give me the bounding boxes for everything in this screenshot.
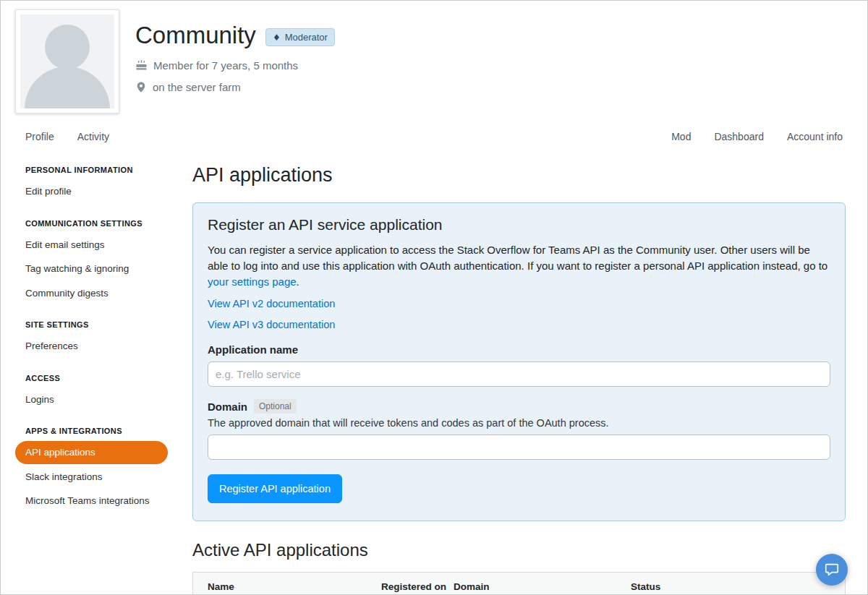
table-header-row: Name Registered on Domain Status <box>193 573 845 595</box>
your-settings-page-link[interactable]: your settings page <box>208 275 297 288</box>
api-v3-docs-link[interactable]: View API v3 documentation <box>208 319 335 330</box>
membership-row: Member for 7 years, 5 months <box>135 59 335 72</box>
sidebar-heading-personal: PERSONAL INFORMATION <box>25 166 170 174</box>
avatar-placeholder-image <box>20 14 114 108</box>
doc-links: View API v2 documentation View API v3 do… <box>208 297 830 331</box>
location-pin-icon <box>135 81 147 93</box>
profile-header: Community ♦ Moderator Member for 7 years… <box>1 1 867 114</box>
sidebar-item-slack-integrations[interactable]: Slack integrations <box>15 466 168 489</box>
domain-input[interactable] <box>208 435 830 460</box>
application-name-input[interactable] <box>208 361 830 387</box>
sidebar-item-logins[interactable]: Logins <box>15 388 168 411</box>
moderator-badge-label: Moderator <box>285 32 328 43</box>
location-row: on the server farm <box>135 81 335 93</box>
column-header-status: Status <box>631 581 845 592</box>
domain-label: Domain Optional <box>208 399 830 414</box>
sidebar-item-community-digests[interactable]: Community digests <box>15 282 168 305</box>
main-panel: API applications Register an API service… <box>192 155 846 595</box>
location-text: on the server farm <box>153 81 241 93</box>
tab-mod[interactable]: Mod <box>671 131 691 142</box>
description-part-2: . <box>297 275 299 288</box>
sidebar-heading-communication: COMMUNICATION SETTINGS <box>25 219 170 228</box>
avatar[interactable] <box>15 9 119 114</box>
sidebar-heading-apps-integrations: APPS & INTEGRATIONS <box>25 427 170 435</box>
column-header-domain: Domain <box>454 581 631 592</box>
chat-bubble-icon <box>824 562 840 578</box>
tab-account-info[interactable]: Account info <box>787 131 843 142</box>
domain-label-text: Domain <box>208 401 247 413</box>
tabs-right: Mod Dashboard Account info <box>671 131 843 142</box>
tab-profile[interactable]: Profile <box>25 131 54 142</box>
user-name: Community <box>135 21 256 50</box>
sidebar-heading-site-settings: SITE SETTINGS <box>25 320 170 329</box>
register-panel-title: Register an API service application <box>208 216 830 234</box>
content: PERSONAL INFORMATION Edit profile COMMUN… <box>1 151 867 595</box>
active-api-applications-title: Active API applications <box>192 540 846 560</box>
domain-help-text: The approved domain that will receive to… <box>208 417 830 429</box>
tab-activity[interactable]: Activity <box>77 131 109 142</box>
cake-icon <box>135 59 148 72</box>
column-header-registered-on: Registered on <box>381 581 454 592</box>
optional-badge: Optional <box>254 399 297 414</box>
register-api-application-button[interactable]: Register API application <box>208 474 342 503</box>
api-v2-docs-link[interactable]: View API v2 documentation <box>208 298 335 309</box>
active-applications-table: Name Registered on Domain Status <box>192 572 846 595</box>
sidebar-item-tag-watching[interactable]: Tag watching & ignoring <box>15 257 168 281</box>
moderator-badge: ♦ Moderator <box>265 28 335 46</box>
tab-dashboard[interactable]: Dashboard <box>714 131 764 142</box>
sidebar-item-api-applications[interactable]: API applications <box>15 441 168 464</box>
sidebar-item-msteams-integrations[interactable]: Microsoft Teams integrations <box>15 489 168 513</box>
diamond-icon: ♦ <box>273 33 281 43</box>
profile-header-info: Community ♦ Moderator Member for 7 years… <box>135 9 335 114</box>
membership-text: Member for 7 years, 5 months <box>153 59 298 72</box>
description-part-1: You can register a service application t… <box>208 244 827 272</box>
register-panel-description: You can register a service application t… <box>208 242 830 290</box>
sidebar-item-preferences[interactable]: Preferences <box>15 335 168 358</box>
tabs-left: Profile Activity <box>25 131 109 142</box>
sidebar-heading-access: ACCESS <box>25 374 170 382</box>
page-title: API applications <box>192 164 846 187</box>
settings-sidebar: PERSONAL INFORMATION Edit profile COMMUN… <box>25 155 170 513</box>
profile-tabs: Profile Activity Mod Dashboard Account i… <box>1 114 867 151</box>
register-api-panel: Register an API service application You … <box>192 202 846 521</box>
sidebar-item-edit-profile[interactable]: Edit profile <box>15 180 168 203</box>
profile-settings-page: Community ♦ Moderator Member for 7 years… <box>0 0 868 595</box>
application-name-label-text: Application name <box>208 343 298 356</box>
sidebar-item-edit-email-settings[interactable]: Edit email settings <box>15 234 168 257</box>
column-header-name: Name <box>193 581 381 592</box>
application-name-label: Application name <box>208 343 830 356</box>
chat-launcher-button[interactable] <box>816 554 848 586</box>
